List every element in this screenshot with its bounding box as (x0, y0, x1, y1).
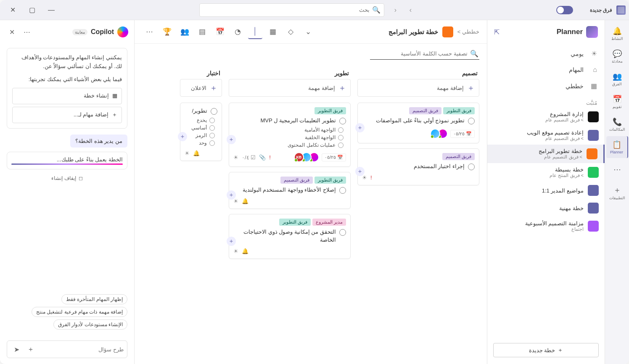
subtask-item[interactable]: الرمز (185, 132, 215, 138)
complete-circle-icon[interactable] (468, 118, 475, 124)
plan-name: إدارة المشروع (545, 111, 584, 117)
copilot-option[interactable]: ▦إنشاء خطة (12, 88, 122, 104)
urgent-icon: ! (269, 154, 271, 161)
sidebar-plan-item[interactable]: إعادة تصميم موقع الويب > فريق التصميم عا… (487, 126, 605, 145)
task-card[interactable]: فريق التطويرفريق التصميم إصلاح الأخطاء و… (229, 172, 351, 209)
subtask-item[interactable]: أساسي (185, 125, 215, 131)
schedule-view-icon[interactable]: 📅 (213, 25, 227, 39)
nav-forward-icon[interactable]: › (404, 3, 417, 17)
dropdown-icon[interactable]: ⌄ (301, 25, 315, 39)
search-bar[interactable]: 🔍 (199, 3, 384, 17)
copilot-option[interactable]: ＋إضافة مهام لـ... (12, 107, 122, 123)
rail-item[interactable]: 📅تقويم (606, 91, 628, 113)
add-task-button[interactable]: ＋إضافة مهمة (229, 79, 351, 97)
plan-name: إعادة تصميم موقع الويب (527, 129, 584, 136)
goals-icon[interactable]: 🏆 (160, 25, 174, 39)
list-view-icon[interactable]: │ (248, 25, 262, 39)
more-options-icon[interactable]: ⋯ (142, 25, 156, 39)
task-card[interactable]: تطوير/ يخدعأساسيالرمزوحد 🔔☀ ＋ (180, 103, 222, 161)
copilot-close-icon[interactable]: ✕ (6, 26, 18, 38)
subtask-item[interactable]: وحد (185, 140, 215, 146)
complete-circle-icon[interactable] (468, 164, 475, 170)
sidebar-nav-item[interactable]: ▦خططي (487, 78, 605, 94)
plan-color-icon (588, 167, 599, 178)
search-input[interactable] (203, 7, 370, 13)
filter-input[interactable] (371, 50, 468, 57)
subtask-item[interactable]: الواجهة الأمامية (233, 127, 344, 133)
sidebar-plan-item[interactable]: مواضيع المدير 1:1 (487, 182, 605, 199)
task-card[interactable]: فريق التطوير تطوير التعليمات البرمجية ل … (229, 103, 351, 167)
option-icon: ＋ (112, 111, 117, 119)
subtask-item[interactable]: الواجهة الخلفية (233, 135, 344, 140)
subtask-item[interactable]: يخدع (185, 117, 215, 123)
complete-circle-icon[interactable] (211, 108, 217, 115)
stop-label: إيقاف إنشاء (51, 175, 76, 181)
chart-view-icon[interactable]: ◔ (230, 25, 245, 39)
complete-circle-icon[interactable] (339, 118, 346, 124)
kanban-board: تصميم ＋إضافة مهمة فريق التطويرفريق التصم… (135, 64, 487, 364)
task-card[interactable]: فريق التصميم إجراء اختبار المستخدم !☀ ＋ (357, 148, 479, 185)
add-column-icon[interactable]: ＋ (178, 132, 187, 141)
rail-item[interactable]: 👥الفرق (606, 68, 628, 90)
people-icon[interactable]: 👥 (177, 25, 192, 39)
rail-item[interactable]: 💬محادثة (606, 45, 628, 67)
rail-icon: 👥 (613, 72, 622, 81)
sidebar-nav-item[interactable]: ☀يومي (487, 45, 605, 62)
rail-item[interactable]: 📋Planner (606, 136, 628, 158)
board-view-icon[interactable]: ▦ (266, 25, 280, 39)
toggle-switch[interactable] (556, 6, 573, 14)
add-column-icon[interactable]: ＋ (227, 237, 236, 246)
sidebar-plan-item[interactable]: إدارة المشروع > فريق التصميم عام (487, 108, 605, 126)
add-column-icon[interactable]: ＋ (227, 135, 236, 144)
sidebar-nav-item[interactable]: ⌂المهام (487, 62, 605, 78)
rail-item[interactable]: ＋التطبيقات (606, 182, 628, 203)
rail-icon: 🔔 (613, 26, 622, 36)
copilot-input-box[interactable]: ＋ ➤ (7, 340, 127, 358)
window-close-icon[interactable]: ✕ (3, 3, 22, 17)
complete-circle-icon[interactable] (339, 229, 346, 236)
copilot-suggestion[interactable]: إضافة مهمة ذات مهام فرعية لتشغيل منتج (32, 307, 127, 317)
tag-icon[interactable]: ◇ (283, 25, 298, 39)
add-task-button[interactable]: ＋إضافة مهمة (357, 79, 479, 97)
task-card[interactable]: مدير المشروعفريق التطوير التحقق من إمكان… (229, 214, 351, 258)
send-icon[interactable]: ➤ (11, 343, 22, 355)
add-column-icon[interactable]: ＋ (355, 123, 365, 132)
rail-item[interactable]: 🔔النشاط (606, 23, 628, 45)
complete-circle-icon[interactable] (339, 187, 346, 194)
new-plan-button[interactable]: ＋ خطة جديدة (493, 343, 599, 357)
plus-icon: ＋ (558, 346, 563, 354)
window-maximize-icon[interactable]: ▢ (23, 3, 41, 17)
rail-item[interactable]: 📞المكالمات (606, 113, 628, 135)
copilot-input[interactable] (39, 346, 124, 353)
stop-generating-button[interactable]: ◻ إيقاف إنشاء (51, 175, 82, 181)
subtask-item[interactable]: عمليات تكامل المحتوى (233, 142, 344, 148)
planner-title: Planner (503, 28, 583, 36)
filter-box[interactable]: 🔍 (370, 48, 479, 60)
rail-icon: ⋯ (613, 165, 621, 174)
sidebar-plan-item[interactable]: خطة تطوير البرامج > فريق التصميم عام (487, 145, 605, 163)
add-task-button[interactable]: ＋الاعلان (180, 79, 222, 97)
pinned-section-label: مُثبَّت (487, 96, 605, 108)
task-card[interactable]: فريق التطويرفريق التصميم تطوير نموذج أول… (357, 103, 479, 143)
sidebar-plan-item[interactable]: مزامنة التصميم الأسبوعية اجتماع (487, 217, 605, 235)
checklist-icon: ☑ ٠/٤ (242, 154, 256, 161)
bucket-column: تطوير ＋إضافة مهمة فريق التطوير تطوير الت… (229, 67, 351, 361)
sidebar-plan-item[interactable]: خطة مهنية (487, 199, 605, 217)
breadcrumb[interactable]: خططي > (457, 29, 479, 35)
copilot-more-icon[interactable]: ⋯ (21, 26, 33, 38)
plan-icon (442, 26, 453, 37)
grid-view-icon[interactable]: ▤ (195, 25, 209, 39)
nav-back-icon[interactable]: ‹ (388, 3, 402, 17)
main-content: خططي > خطة تطوير البرامج ⌄ ◇ ▦ │ ◔ 📅 ▤ 👥… (135, 20, 487, 364)
window-minimize-icon[interactable]: — (42, 3, 61, 17)
subtask-label: الواجهة الخلفية (305, 135, 336, 140)
popout-icon[interactable]: ⇱ (494, 28, 500, 36)
bucket-column: تصميم ＋إضافة مهمة فريق التطويرفريق التصم… (357, 67, 479, 361)
user-message: من يدير هذه الخطة؟ (70, 135, 127, 148)
rail-item[interactable]: ⋯ (606, 159, 628, 181)
copilot-suggestion[interactable]: إظهار المهام المتأخرة فقط (61, 294, 127, 304)
attach-icon[interactable]: ＋ (25, 343, 37, 355)
bell-icon: 🔔 (193, 150, 200, 156)
copilot-suggestion[interactable]: الإنشاء مستودعات لأدوار الفرق (53, 319, 127, 330)
sidebar-plan-item[interactable]: خطة بسيطة > فريق المنتج عام (487, 163, 605, 182)
